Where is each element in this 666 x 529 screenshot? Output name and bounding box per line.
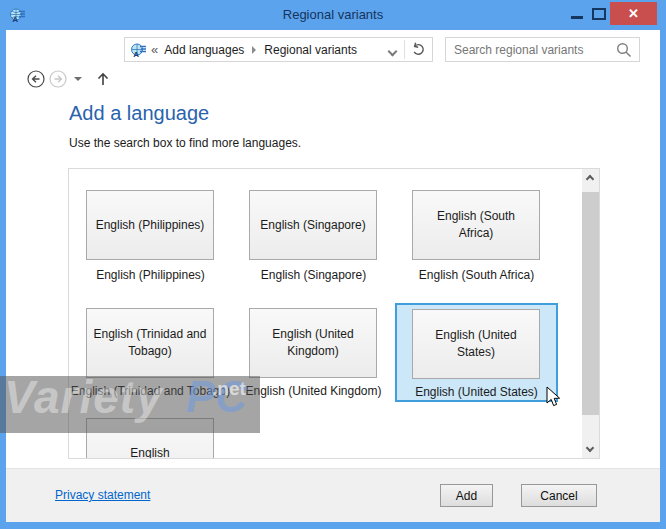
watermark-net: .net <box>212 378 246 400</box>
close-button[interactable]: ✕ <box>610 2 657 25</box>
caption-english-united-states: English (United States) <box>395 385 558 399</box>
breadcrumb-overflow-chevrons[interactable]: « <box>151 42 158 57</box>
regional-variants-window: A Regional variants ✕ A <box>0 0 666 529</box>
breadcrumb-add-languages[interactable]: Add languages <box>164 43 244 57</box>
watermark: Variety PC .net <box>0 376 260 433</box>
tile-english-south-africa[interactable]: English (South Africa) <box>412 190 540 260</box>
scroll-down-icon[interactable] <box>586 444 594 452</box>
caption-english-singapore: English (Singapore) <box>232 268 395 282</box>
recent-pages-dropdown-icon[interactable] <box>74 77 82 81</box>
address-bar[interactable]: A « Add languages Regional variants <box>124 37 433 62</box>
back-button[interactable] <box>27 70 45 88</box>
up-button[interactable] <box>94 70 112 88</box>
addressbar-divider <box>404 40 405 59</box>
address-dropdown-icon[interactable] <box>388 46 398 56</box>
caption-english-south-africa: English (South Africa) <box>395 268 558 282</box>
scrollbar-thumb[interactable] <box>582 192 599 415</box>
page-title: Add a language <box>69 102 209 125</box>
refresh-icon[interactable] <box>410 41 427 58</box>
breadcrumb-regional-variants[interactable]: Regional variants <box>264 43 357 57</box>
search-box[interactable] <box>445 37 640 62</box>
scroll-up-icon[interactable] <box>586 175 594 183</box>
maximize-button[interactable] <box>592 8 606 20</box>
tile-english-united-kingdom[interactable]: English (United Kingdom) <box>249 308 377 378</box>
tile-english-philippines[interactable]: English (Philippines) <box>86 190 214 260</box>
navigation-toolbar: A « Add languages Regional variants <box>6 30 660 68</box>
language-breadcrumb-icon: A <box>131 42 147 58</box>
title-bar[interactable]: A Regional variants ✕ <box>0 0 666 30</box>
watermark-variety: Variety <box>4 376 163 424</box>
tile-english-trinidad-tobago[interactable]: English (Trinidad and Tobago) <box>86 308 214 378</box>
search-input[interactable] <box>446 43 616 57</box>
cancel-button[interactable]: Cancel <box>521 484 597 507</box>
forward-button[interactable] <box>49 70 67 88</box>
footer-bar: Privacy statement Add Cancel <box>6 468 660 522</box>
tile-english-united-states[interactable]: English (United States) <box>412 309 540 379</box>
add-button[interactable]: Add <box>440 484 493 507</box>
scrollbar[interactable] <box>582 169 599 458</box>
svg-text:A: A <box>133 49 139 58</box>
mouse-cursor <box>546 386 562 408</box>
page-subtitle: Use the search box to find more language… <box>69 136 301 150</box>
window-title: Regional variants <box>0 7 666 22</box>
search-icon[interactable] <box>616 42 632 58</box>
selected-cell-english-united-states[interactable]: English (United States) English (United … <box>395 303 558 402</box>
privacy-statement-link[interactable]: Privacy statement <box>55 488 150 502</box>
breadcrumb-separator-icon <box>252 46 256 54</box>
caption-english-philippines: English (Philippines) <box>69 268 232 282</box>
tile-english-singapore[interactable]: English (Singapore) <box>249 190 377 260</box>
minimize-button[interactable] <box>571 16 583 19</box>
close-icon: ✕ <box>628 7 639 20</box>
